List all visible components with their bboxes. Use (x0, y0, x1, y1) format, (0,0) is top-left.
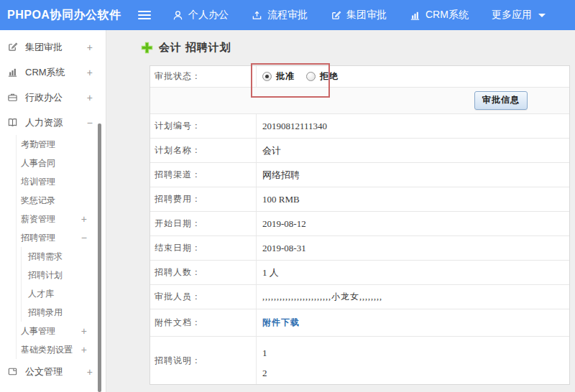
reject-radio-label[interactable]: 拒绝 (320, 70, 339, 83)
sidebar-item-recruit-demand[interactable]: 招聘需求 (22, 247, 106, 266)
top-navigation: 个人办公 流程审批 集团审批 CRM系统 更多应用 (172, 9, 546, 22)
form-row-description: 招聘说明： 1 2 (150, 337, 569, 384)
app-logo[interactable]: PHPOA协同办公软件 (0, 8, 138, 23)
expand-toggle[interactable]: + (81, 214, 87, 224)
sidebar-item-hr[interactable]: 人力资源 − (0, 110, 106, 135)
sidebar-item-label: 集团审批 (25, 41, 63, 54)
sidebar-item-label: CRM系统 (25, 66, 65, 79)
form-row-plan-name: 计划名称： 会计 (150, 139, 569, 163)
row-value: 1 人 (257, 261, 569, 284)
form-row-cost: 招聘费用： 100 RMB (150, 187, 569, 212)
status-radio-group: 批准 拒绝 (257, 66, 569, 87)
sidebar: 集团审批 + CRM系统 + 行政办公 + 人力资源 − 考 (0, 30, 106, 392)
row-label: 结束日期： (150, 236, 257, 260)
collapse-toggle[interactable]: − (87, 118, 93, 128)
attachment-download-link[interactable]: 附件下载 (262, 317, 300, 329)
recruitment-plan-form: 审批状态： 批准 拒绝 审批信息 (150, 65, 570, 385)
edit-icon (331, 10, 341, 21)
form-row-end-date: 结束日期： 2019-08-31 (150, 236, 569, 261)
row-value: 100 RMB (257, 187, 569, 211)
bar-chart-icon (7, 67, 19, 78)
sidebar-item-personnel-mgmt[interactable]: 人事管理 + (17, 322, 106, 340)
description-line: 2 (262, 363, 267, 383)
row-label: 开始日期： (150, 212, 257, 235)
recruit-submenu: 招聘需求 招聘计划 人才库 招聘录用 (21, 247, 106, 322)
row-value: 20190812111340 (257, 114, 569, 138)
main-panel: 会计 招聘计划 审批状态： 批准 拒绝 审批信 (106, 30, 575, 392)
sidebar-item-attendance[interactable]: 考勤管理 (17, 135, 106, 154)
sidebar-item-crm[interactable]: CRM系统 + (0, 60, 106, 85)
row-label: 计划编号： (150, 114, 257, 138)
sidebar-item-group-approval[interactable]: 集团审批 + (0, 34, 106, 60)
expand-toggle[interactable]: + (81, 326, 87, 336)
nav-label: 集团审批 (346, 9, 387, 22)
sidebar-item-label: 人力资源 (25, 116, 63, 129)
sidebar-item-label: 人事合同 (21, 157, 55, 169)
row-value: 网络招聘 (257, 163, 569, 187)
sidebar-item-rewards[interactable]: 奖惩记录 (17, 191, 106, 210)
expand-toggle[interactable]: + (87, 93, 93, 103)
row-label: 计划名称： (150, 139, 257, 162)
sidebar-item-label: 公文管理 (25, 365, 63, 378)
sidebar-item-label: 人事管理 (21, 325, 55, 337)
sidebar-item-talent-pool[interactable]: 人才库 (22, 284, 106, 303)
reject-radio[interactable] (306, 72, 316, 81)
nav-label: 流程审批 (267, 9, 308, 22)
sidebar-item-recruit-hire[interactable]: 招聘录用 (22, 303, 106, 322)
nav-process-approval[interactable]: 流程审批 (252, 9, 308, 22)
approval-info-button[interactable]: 审批信息 (474, 91, 528, 110)
form-row-approvers: 审批人员： ,,,,,,,,,,,,,,,,,,,,,,,,小龙女,,,,,,,… (150, 285, 569, 309)
sidebar-item-label: 人才库 (28, 288, 54, 300)
sidebar-item-training[interactable]: 培训管理 (17, 172, 106, 191)
sidebar-item-recruit-mgmt[interactable]: 招聘管理 − (17, 228, 106, 247)
sidebar-item-document-mgmt[interactable]: 公文管理 + (0, 359, 106, 384)
sidebar-item-label: 招聘管理 (21, 232, 55, 244)
nav-label: 个人办公 (188, 9, 229, 22)
row-value: 2019-08-12 (257, 212, 569, 235)
expand-toggle[interactable]: + (81, 345, 87, 355)
collapse-toggle[interactable]: − (81, 233, 87, 243)
row-value: 2019-08-31 (257, 236, 569, 260)
form-row-channel: 招聘渠道： 网络招聘 (150, 163, 569, 187)
page-title: 会计 招聘计划 (159, 41, 231, 55)
sidebar-item-label: 奖惩记录 (21, 195, 55, 207)
expand-toggle[interactable]: + (87, 367, 93, 377)
form-row-headcount: 招聘人数： 1 人 (150, 261, 569, 285)
form-row-attachment: 附件文档： 附件下载 (150, 309, 569, 337)
book-icon (7, 117, 19, 129)
hamburger-menu-icon[interactable] (138, 11, 151, 19)
nav-label: CRM系统 (426, 9, 469, 22)
row-label: 招聘人数： (150, 261, 257, 284)
sidebar-item-vehicle-mgmt[interactable]: 用车管理 + (0, 384, 106, 392)
sidebar-item-recruit-plan[interactable]: 招聘计划 (22, 266, 106, 284)
bar-chart-icon (410, 10, 420, 21)
approve-radio[interactable] (262, 72, 272, 81)
nav-personal-office[interactable]: 个人办公 (172, 9, 229, 22)
row-label: 审批人员： (150, 285, 257, 309)
form-row-status: 审批状态： 批准 拒绝 (150, 66, 569, 88)
sidebar-item-admin-office[interactable]: 行政办公 + (0, 85, 106, 110)
sidebar-item-label: 招聘需求 (28, 251, 63, 263)
briefcase-icon (7, 92, 19, 103)
sidebar-item-base-category[interactable]: 基础类别设置 + (17, 340, 106, 359)
row-value: ,,,,,,,,,,,,,,,,,,,,,,,,小龙女,,,,,,,, (257, 285, 569, 309)
expand-toggle[interactable]: + (87, 42, 93, 52)
nav-crm[interactable]: CRM系统 (410, 9, 469, 22)
form-row-start-date: 开始日期： 2019-08-12 (150, 212, 569, 236)
sidebar-item-label: 基础类别设置 (21, 344, 73, 356)
nav-group-approval[interactable]: 集团审批 (331, 9, 387, 22)
expand-toggle[interactable]: + (87, 67, 93, 78)
sidebar-scrollbar[interactable] (98, 123, 101, 392)
row-label: 招聘渠道： (150, 163, 257, 187)
topbar: PHPOA协同办公软件 个人办公 流程审批 集团审批 CRM系统 (0, 0, 575, 30)
form-row-plan-number: 计划编号： 20190812111340 (150, 114, 569, 139)
row-value: 会计 (257, 139, 569, 162)
sidebar-item-label: 招聘录用 (28, 307, 63, 319)
sidebar-item-hr-contract[interactable]: 人事合同 (17, 154, 106, 172)
sidebar-item-salary[interactable]: 薪资管理 + (17, 210, 106, 228)
sidebar-item-label: 招聘计划 (28, 269, 63, 281)
sidebar-item-label: 考勤管理 (21, 139, 55, 151)
nav-more-apps[interactable]: 更多应用 (492, 9, 546, 22)
nav-label: 更多应用 (492, 9, 532, 22)
approve-radio-label[interactable]: 批准 (276, 70, 295, 83)
